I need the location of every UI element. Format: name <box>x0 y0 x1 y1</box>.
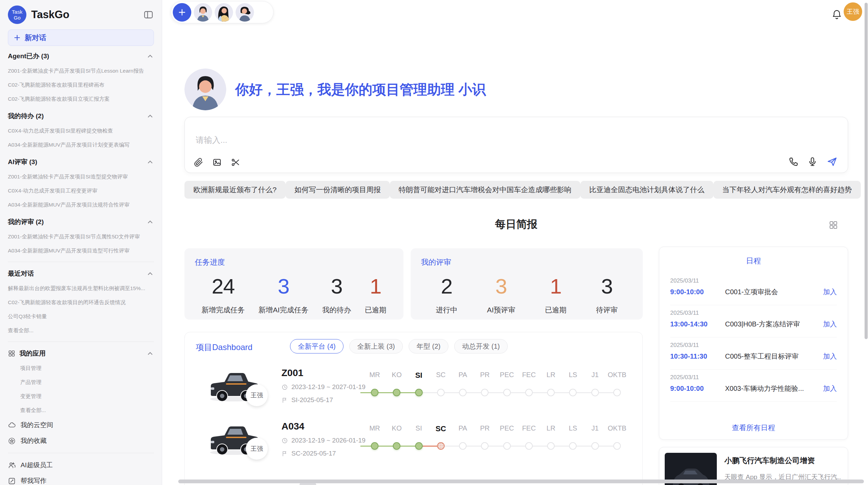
sidebar-tool-people[interactable]: AI超级员工 <box>8 457 154 473</box>
suggestion-chip[interactable]: 如何写一份清晰的项目周报 <box>286 181 390 199</box>
sidebar-section-3[interactable]: 我的评审 (2) <box>8 214 154 229</box>
new-chat-button[interactable]: 新对话 <box>8 29 154 46</box>
suggestion-chip[interactable]: 欧洲新规最近颁布了什么? <box>184 181 286 199</box>
conversation-item[interactable]: Z001-全新燃油皮卡产品开发项目SI节点Lesson Learn报告 <box>8 64 154 78</box>
conversation-item[interactable]: C02-飞腾新能源轻客改款项目里程碑画布 <box>8 78 154 92</box>
milestone-dot-LS[interactable] <box>569 442 577 450</box>
milestone-dot-OKTB[interactable] <box>613 389 621 396</box>
milestone-dot-SC[interactable] <box>437 389 445 396</box>
recent-conversation-item[interactable]: 公司Q3轻卡销量 <box>8 309 154 323</box>
suggestion-chip[interactable]: 特朗普可能对进口汽车增税会对中国车企造成哪些影响 <box>390 181 580 199</box>
vertical-scrollbar[interactable] <box>865 3 868 339</box>
user-avatar[interactable]: 王强 <box>844 2 862 21</box>
milestone-dot-OKTB[interactable] <box>613 442 621 450</box>
milestone-dot-FEC[interactable] <box>525 389 533 396</box>
briefing-layout-icon[interactable] <box>829 220 838 230</box>
conversation-item[interactable]: A034-全新新能源MUV产品开发项目计划变更表编写 <box>8 138 154 152</box>
milestone-dot-PA[interactable] <box>459 389 467 396</box>
milestone-dot-PA[interactable] <box>459 442 467 450</box>
app-item[interactable]: 项目管理 <box>8 361 154 375</box>
join-button[interactable]: 加入 <box>823 287 837 297</box>
milestone-dot-LR[interactable] <box>547 389 555 396</box>
milestone-dot-PR[interactable] <box>481 389 489 396</box>
milestone-dot-KO[interactable] <box>393 389 400 396</box>
attachment-icon[interactable] <box>194 158 203 167</box>
chevron-up-icon[interactable] <box>146 52 154 60</box>
milestone-dot-LS[interactable] <box>569 389 577 396</box>
sidebar-section-1[interactable]: 我的待办 (2) <box>8 109 154 124</box>
conversation-item[interactable]: A034-全新新能源MUV产品开发项目法规符合性评审 <box>8 198 154 212</box>
conversation-item[interactable]: A034-全新新能源MUV产品开发项目造型可行性评审 <box>8 244 154 258</box>
write-icon <box>8 477 16 485</box>
image-icon[interactable] <box>212 158 222 167</box>
chevron-up-icon[interactable] <box>146 218 154 226</box>
sidebar-collapse-icon[interactable] <box>143 9 154 20</box>
avatar-male[interactable] <box>194 3 212 22</box>
app-item[interactable]: 变更管理 <box>8 389 154 403</box>
milestone-dot-MR[interactable] <box>371 389 378 396</box>
sidebar-link-star[interactable]: 我的收藏 <box>8 433 154 449</box>
chat-input[interactable] <box>195 135 711 145</box>
flag-icon <box>281 450 288 457</box>
recent-conversation-item[interactable]: C02-飞腾新能源轻客改款项目的闭环通告反馈情况 <box>8 295 154 309</box>
view-all-conversations[interactable]: 查看全部... <box>8 323 154 337</box>
milestone-dot-PEC[interactable] <box>503 442 511 450</box>
join-button[interactable]: 加入 <box>823 352 837 361</box>
phone-icon[interactable] <box>788 157 798 167</box>
sidebar-section-my-apps[interactable]: 我的应用 <box>8 346 154 361</box>
sidebar-section-2[interactable]: AI评审 (3) <box>8 154 154 170</box>
conversation-item[interactable]: C02-飞腾新能源轻客改款项目立项汇报方案 <box>8 92 154 106</box>
join-button[interactable]: 加入 <box>823 384 837 393</box>
app-item[interactable]: 产品管理 <box>8 375 154 389</box>
milestone-dot-PEC[interactable] <box>503 389 511 396</box>
chevron-up-icon[interactable] <box>146 158 154 166</box>
chevron-up-icon[interactable] <box>146 112 154 120</box>
recent-conversation-item[interactable]: 解释最新出台的欧盟报废车法规再生塑料比例被调至15%... <box>8 281 154 295</box>
milestone-dot-FEC[interactable] <box>525 442 533 450</box>
add-session-button[interactable] <box>173 3 191 22</box>
join-button[interactable]: 加入 <box>823 320 837 329</box>
dashboard-filter-chip[interactable]: 全新上装 (3) <box>349 339 403 353</box>
milestone-dot-PR[interactable] <box>481 442 489 450</box>
avatar-female-2[interactable] <box>236 3 254 22</box>
chevron-up-icon[interactable] <box>146 270 154 277</box>
conversation-item[interactable]: Z001-全新燃油轻卡产品开发项目SI节点属性5D文件评审 <box>8 229 154 244</box>
project-flag-text: SI-2025-05-17 <box>291 396 333 404</box>
milestone-dot-KO[interactable] <box>393 442 400 450</box>
sidebar-section-recent[interactable]: 最近对话 <box>8 266 154 281</box>
chevron-up-icon[interactable] <box>146 350 154 357</box>
sidebar-tool-write[interactable]: 帮我写作 <box>8 473 154 485</box>
milestone-dot-J1[interactable] <box>591 389 599 396</box>
send-icon[interactable] <box>827 156 837 167</box>
sidebar-section-0[interactable]: Agent已办 (3) <box>8 49 154 64</box>
milestone-dot-SI[interactable] <box>415 442 423 450</box>
suggestion-chip[interactable]: 当下年轻人对汽车外观有怎样的喜好趋势 <box>713 181 861 199</box>
scissors-icon[interactable] <box>231 158 240 167</box>
dashboard-filter-chip[interactable]: 年型 (2) <box>409 339 448 353</box>
milestone-dot-J1[interactable] <box>591 442 599 450</box>
dashboard-filter-chip[interactable]: 全新平台 (4) <box>290 339 343 353</box>
schedule-title: 日程 <box>659 256 848 266</box>
main-area: 王强 你好，王强，我是你的项目管理助理 小识 <box>162 0 868 485</box>
conversation-item[interactable]: C0X4-动力总成开发项目SI里程碑提交物检查 <box>8 124 154 138</box>
view-all-schedule-link[interactable]: 查看所有日程 <box>659 423 848 433</box>
dashboard-filter-chip[interactable]: 动总开发 (1) <box>454 339 508 353</box>
composer-left-icons <box>194 158 240 167</box>
horizontal-scrollbar[interactable] <box>178 480 864 483</box>
milestone-dot-SC[interactable] <box>437 442 445 450</box>
suggestion-chip[interactable]: 比亚迪全固态电池计划具体说了什么 <box>580 181 713 199</box>
schedule-item: 2025/03/1113:00-14:30C003|H0B-方案冻结评审加入 <box>670 305 837 337</box>
avatar-female-1[interactable] <box>215 3 233 22</box>
notification-bell-icon[interactable] <box>831 9 842 20</box>
sidebar-link-cloud[interactable]: 我的云空间 <box>8 417 154 433</box>
app-title: TaskGo <box>31 9 143 21</box>
conversation-item[interactable]: Z001-全新燃油轻卡产品开发项目SI造型提交物评审 <box>8 170 154 184</box>
conversation-item[interactable]: C0X4-动力总成开发项目工程变更评审 <box>8 184 154 198</box>
view-all-apps[interactable]: 查看全部... <box>8 403 154 417</box>
microphone-icon[interactable] <box>807 157 818 167</box>
milestone-dot-LR[interactable] <box>547 442 555 450</box>
milestone-dot-SI[interactable] <box>415 389 423 396</box>
project-row-A034: 王强A0342023-12-19 ~ 2026-01-19SC-2025-05-… <box>185 417 642 468</box>
milestone-dot-MR[interactable] <box>371 442 378 450</box>
project-dates: 2023-12-19 ~ 2026-01-19 <box>281 437 365 444</box>
